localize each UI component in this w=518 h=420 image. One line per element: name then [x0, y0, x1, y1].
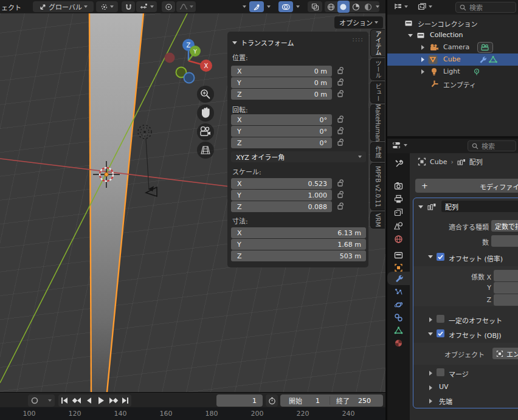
tab-makehuman[interactable]: MakeHuman	[370, 105, 385, 141]
transform-panel-header[interactable]: トランスフォーム	[232, 38, 294, 47]
snap-target-dropdown[interactable]	[136, 1, 157, 12]
light-object[interactable]	[138, 125, 151, 190]
shading-wireframe-button[interactable]	[325, 1, 337, 13]
show-gizmo-toggle[interactable]	[249, 1, 264, 12]
breadcrumb-object[interactable]: Cube	[430, 158, 447, 166]
dimension-x-field[interactable]: X6.13 m	[231, 227, 366, 238]
xray-toggle[interactable]	[308, 1, 322, 12]
location-y-field[interactable]: Y0 m	[231, 77, 332, 88]
shading-solid-button[interactable]	[337, 1, 350, 13]
rotation-y-field[interactable]: Y0°	[231, 126, 332, 137]
tab-mpfb[interactable]: MPFB v2.0.11	[370, 163, 385, 210]
fit-type-dropdown[interactable]: 定数で指定	[491, 220, 518, 232]
outliner-search-input[interactable]: 検索	[455, 2, 516, 13]
tab-view-layer-props[interactable]	[387, 205, 410, 219]
tab-tool-props[interactable]	[387, 156, 410, 170]
expand-icon[interactable]	[408, 34, 413, 37]
tab-particles-props[interactable]	[387, 285, 410, 298]
zoom-button[interactable]	[197, 86, 214, 103]
tab-vrm[interactable]: VRM	[370, 212, 385, 229]
expand-icon[interactable]	[429, 317, 432, 322]
show-overlays-toggle[interactable]	[278, 1, 293, 12]
offset-obj-checkbox[interactable]	[437, 329, 444, 337]
factor-y-field[interactable]	[494, 282, 518, 294]
object-menu-partial[interactable]: ェクト	[1, 2, 21, 12]
lock-icon[interactable]	[337, 89, 345, 98]
breadcrumb-modifier[interactable]: 配列	[469, 157, 483, 167]
expand-icon[interactable]	[421, 69, 424, 74]
scale-z-field[interactable]: Z0.088	[231, 201, 332, 212]
tab-physics-props[interactable]	[387, 298, 410, 311]
end-frame-field[interactable]: 250	[358, 397, 371, 405]
outliner-row-camera[interactable]: Camera	[387, 41, 518, 53]
camera-object[interactable]	[146, 186, 157, 196]
end-label[interactable]: 終了	[336, 396, 350, 405]
shading-rendered-button[interactable]	[362, 1, 375, 13]
camera-data-badge[interactable]	[477, 42, 493, 53]
collapse-icon[interactable]	[418, 205, 423, 208]
use-preview-range-button[interactable]	[266, 394, 278, 407]
auto-keying-dropdown[interactable]	[28, 394, 55, 407]
snap-toggle-button[interactable]	[122, 1, 135, 12]
collapse-icon[interactable]	[428, 332, 433, 336]
location-x-field[interactable]: X0 m	[231, 66, 332, 77]
chevron-down-icon[interactable]	[296, 5, 300, 8]
tab-object-data-props[interactable]	[387, 323, 410, 337]
tab-tool[interactable]: ツール	[370, 58, 385, 80]
navigation-gizmo[interactable]: Z Y X	[159, 38, 220, 86]
rotation-x-field[interactable]: X0°	[231, 114, 332, 125]
tab-view[interactable]: ビュー	[370, 81, 385, 103]
play-reverse-button[interactable]	[83, 394, 95, 407]
lock-icon[interactable]	[337, 126, 345, 135]
outliner-row-cube-selected[interactable]: Cube	[387, 53, 518, 66]
pivot-point-dropdown[interactable]	[96, 1, 118, 12]
scale-y-field[interactable]: Y1.000	[231, 190, 332, 201]
expand-icon[interactable]	[429, 371, 432, 376]
tab-constraints-props[interactable]	[387, 311, 410, 324]
lock-icon[interactable]	[337, 179, 345, 187]
factor-z-field[interactable]	[494, 294, 518, 306]
tab-create[interactable]: 作成	[370, 142, 385, 162]
viewport-3d[interactable]: Z Y X	[0, 0, 385, 392]
pan-hand-button[interactable]	[197, 105, 214, 122]
panel-grip-icon[interactable]: ::::	[352, 35, 364, 43]
cube-object[interactable]	[89, 13, 143, 392]
lock-icon[interactable]	[337, 190, 345, 199]
expand-icon[interactable]	[421, 57, 424, 62]
chevron-down-icon[interactable]	[243, 5, 246, 8]
lock-icon[interactable]	[337, 66, 345, 75]
merge-checkbox[interactable]	[437, 368, 444, 376]
current-frame-field[interactable]: 1	[216, 394, 263, 407]
expand-icon[interactable]	[421, 45, 424, 50]
constant-offset-checkbox[interactable]	[437, 315, 444, 323]
outliner-filter-dropdown[interactable]	[418, 2, 432, 11]
jump-to-end-button[interactable]	[119, 394, 131, 407]
properties-editor-dropdown[interactable]	[392, 141, 407, 150]
gizmo-neg-x[interactable]	[165, 53, 175, 63]
properties-search-input[interactable]: 検索	[468, 140, 516, 151]
shading-material-button[interactable]	[350, 1, 362, 13]
lock-icon[interactable]	[337, 115, 345, 123]
start-frame-field[interactable]: 1	[316, 397, 320, 405]
rotation-mode-dropdown[interactable]: XYZ オイラー角	[231, 151, 366, 162]
outliner-row-light[interactable]: Light	[387, 66, 518, 78]
tab-render-props[interactable]	[387, 179, 410, 192]
count-field[interactable]	[491, 235, 518, 247]
lock-icon[interactable]	[337, 138, 345, 146]
options-dropdown[interactable]: オプション	[334, 16, 383, 29]
outliner-row-scene-collection[interactable]: シーンコレクション	[387, 17, 518, 29]
tab-scene-props[interactable]	[387, 219, 410, 232]
dimension-y-field[interactable]: Y1.68 m	[231, 239, 366, 250]
expand-icon[interactable]	[429, 399, 432, 404]
scale-x-field[interactable]: X0.523	[231, 178, 332, 189]
tab-material-props[interactable]	[387, 336, 410, 349]
tab-output-props[interactable]	[387, 192, 410, 205]
proportional-edit-button[interactable]	[162, 1, 175, 12]
prev-keyframe-button[interactable]	[71, 394, 83, 407]
location-z-field[interactable]: Z0 m	[231, 89, 332, 100]
timeline-ruler[interactable]: 100 120 140 160 180 200 220 240	[0, 407, 385, 420]
chevron-down-icon[interactable]	[267, 5, 271, 8]
outliner-row-collection[interactable]: Collection	[387, 29, 518, 41]
jump-to-start-button[interactable]	[58, 394, 71, 407]
proportional-falloff-dropdown[interactable]	[176, 1, 196, 12]
